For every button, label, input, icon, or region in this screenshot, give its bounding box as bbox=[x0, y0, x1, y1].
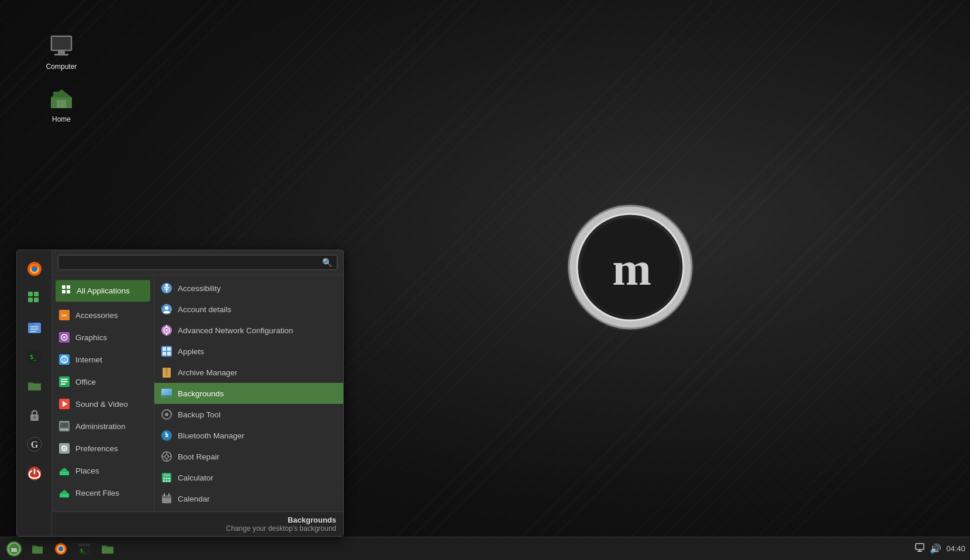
app-boot-repair[interactable]: Boot Repair bbox=[154, 446, 343, 467]
svg-rect-92 bbox=[162, 495, 171, 498]
svg-rect-20 bbox=[28, 323, 34, 325]
category-preferences[interactable]: Preferences bbox=[52, 437, 154, 459]
taskbar-folder-button[interactable] bbox=[97, 540, 118, 558]
svg-rect-31 bbox=[62, 285, 65, 289]
category-internet[interactable]: Internet bbox=[52, 348, 154, 371]
category-places[interactable]: Places bbox=[52, 459, 154, 482]
app-calendar[interactable]: Calendar bbox=[154, 488, 343, 509]
taskbar-firefox-icon bbox=[54, 542, 68, 556]
desktop-icon-home[interactable]: Home bbox=[38, 85, 85, 123]
svg-rect-18 bbox=[34, 298, 39, 302]
svg-point-39 bbox=[63, 336, 65, 338]
status-title: Backgrounds bbox=[59, 516, 336, 524]
category-administration[interactable]: Administration bbox=[52, 415, 154, 437]
svg-rect-32 bbox=[67, 285, 70, 289]
taskbar-right: 🔊 04:40 bbox=[914, 542, 970, 555]
menu-content: All Applications ✂ Accessories bbox=[52, 275, 343, 511]
svg-rect-94 bbox=[168, 493, 170, 496]
svg-rect-3 bbox=[54, 54, 68, 56]
sidebar-icon-files[interactable] bbox=[22, 314, 47, 340]
places-icon bbox=[58, 464, 71, 477]
desktop-icon-computer[interactable]: Computer bbox=[38, 32, 85, 71]
all-apps-label: All Applications bbox=[77, 286, 130, 295]
desktop: Computer Home m bbox=[0, 0, 970, 560]
categories-panel: All Applications ✂ Accessories bbox=[52, 275, 154, 511]
applets-label: Applets bbox=[178, 347, 204, 356]
sidebar-icon-apps[interactable] bbox=[22, 285, 47, 311]
svg-rect-2 bbox=[58, 51, 65, 54]
graphics-icon bbox=[58, 331, 71, 344]
svg-text:G: G bbox=[30, 440, 38, 450]
sidebar-icon-firefox[interactable] bbox=[22, 256, 47, 282]
sidebar-icon-folder[interactable] bbox=[22, 373, 47, 399]
sidebar-icon-lock[interactable] bbox=[22, 402, 47, 428]
app-adv-network[interactable]: Advanced Network Configuration bbox=[154, 320, 343, 341]
office-label: Office bbox=[75, 378, 96, 386]
accessibility-label: Accessibility bbox=[178, 284, 221, 293]
backup-tool-icon bbox=[160, 408, 173, 421]
menu-statusbar: Backgrounds Change your desktop's backgr… bbox=[52, 511, 343, 536]
svg-rect-85 bbox=[163, 478, 165, 479]
taskbar-firefox-button[interactable] bbox=[50, 540, 71, 558]
menu-sidebar: $_ G bbox=[17, 250, 52, 536]
category-soundvideo[interactable]: Sound & Video bbox=[52, 393, 154, 415]
taskbar-left: m bbox=[0, 540, 119, 558]
svg-point-100 bbox=[58, 547, 63, 551]
preferences-icon bbox=[58, 442, 71, 455]
menu-main: 🔍 bbox=[52, 250, 343, 536]
svg-text:✂: ✂ bbox=[61, 312, 67, 320]
category-all-applications[interactable]: All Applications bbox=[56, 280, 150, 302]
search-input[interactable] bbox=[63, 258, 322, 267]
sidebar-icon-update[interactable]: G bbox=[22, 431, 47, 457]
internet-icon bbox=[58, 353, 71, 366]
svg-rect-87 bbox=[168, 478, 170, 479]
svg-rect-33 bbox=[62, 290, 65, 293]
calculator-label: Calculator bbox=[178, 473, 213, 482]
mint-logo-taskbar: m bbox=[6, 541, 22, 557]
app-account-details[interactable]: Account details bbox=[154, 299, 343, 320]
taskbar-files-button[interactable] bbox=[27, 540, 48, 558]
status-description: Change your desktop's background bbox=[59, 524, 336, 533]
svg-rect-71 bbox=[165, 368, 168, 369]
svg-rect-47 bbox=[61, 383, 65, 385]
app-archive-manager[interactable]: Archive Manager bbox=[154, 362, 343, 383]
bluetooth-label: Bluetooth Manager bbox=[178, 431, 244, 440]
volume-icon[interactable]: 🔊 bbox=[930, 543, 941, 554]
accessibility-icon bbox=[160, 282, 173, 295]
taskbar-mint-button[interactable]: m bbox=[4, 540, 25, 558]
svg-rect-15 bbox=[28, 292, 33, 296]
svg-rect-107 bbox=[919, 551, 921, 552]
app-calculator[interactable]: Calculator bbox=[154, 467, 343, 488]
calendar-label: Calendar bbox=[178, 495, 210, 503]
app-backgrounds[interactable]: Backgrounds bbox=[154, 383, 343, 404]
accessories-label: Accessories bbox=[75, 311, 118, 320]
account-details-label: Account details bbox=[178, 305, 232, 314]
category-office[interactable]: Office bbox=[52, 371, 154, 393]
sidebar-icon-power[interactable] bbox=[22, 461, 47, 486]
svg-rect-23 bbox=[30, 331, 36, 332]
search-icon[interactable]: 🔍 bbox=[322, 258, 332, 267]
svg-text:$_: $_ bbox=[30, 354, 37, 361]
soundvideo-label: Sound & Video bbox=[75, 400, 128, 409]
app-bluetooth[interactable]: Bluetooth Manager bbox=[154, 425, 343, 446]
sidebar-icon-terminal[interactable]: $_ bbox=[22, 344, 47, 369]
svg-text:m: m bbox=[613, 243, 651, 295]
category-graphics[interactable]: Graphics bbox=[52, 326, 154, 348]
category-accessories[interactable]: ✂ Accessories bbox=[52, 304, 154, 326]
svg-rect-67 bbox=[167, 347, 171, 351]
svg-rect-45 bbox=[61, 379, 68, 380]
svg-rect-86 bbox=[166, 478, 168, 479]
svg-point-27 bbox=[33, 416, 36, 419]
svg-point-82 bbox=[165, 455, 168, 458]
search-input-wrap[interactable]: 🔍 bbox=[58, 255, 337, 270]
svg-rect-104 bbox=[916, 544, 924, 549]
places-label: Places bbox=[75, 466, 99, 475]
app-backup-tool[interactable]: Backup Tool bbox=[154, 404, 343, 425]
app-applets[interactable]: Applets bbox=[154, 341, 343, 362]
app-accessibility[interactable]: Accessibility bbox=[154, 278, 343, 299]
category-recentfiles[interactable]: Recent Files bbox=[52, 482, 154, 504]
accessories-icon: ✂ bbox=[58, 309, 71, 322]
taskbar-terminal-button[interactable]: $_ bbox=[74, 540, 95, 558]
network-icon[interactable] bbox=[914, 542, 925, 555]
svg-rect-84 bbox=[163, 474, 170, 476]
